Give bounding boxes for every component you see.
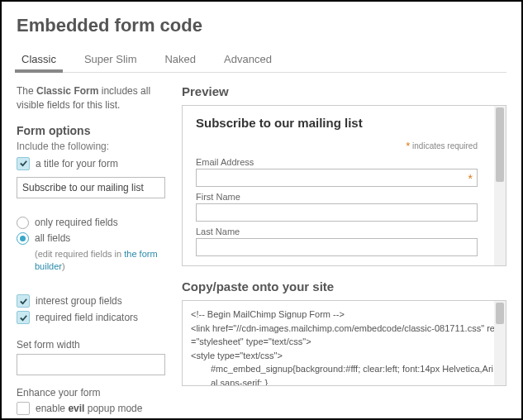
scrollbar-thumb[interactable] bbox=[496, 107, 504, 182]
right-panel: Preview Subscribe to our mailing list * … bbox=[182, 84, 506, 418]
interest-groups-label: interest group fields bbox=[36, 295, 122, 307]
radio-all-fields-label: all fields bbox=[35, 232, 70, 244]
tab-classic[interactable]: Classic bbox=[20, 48, 58, 72]
preview-box: Subscribe to our mailing list * indicate… bbox=[182, 105, 506, 266]
intro-text: The Classic Form includes all visible fi… bbox=[17, 84, 170, 112]
tab-super-slim[interactable]: Super Slim bbox=[83, 48, 139, 72]
preview-lastname-label: Last Name bbox=[196, 227, 492, 236]
evil-popup-label: enable evil popup mode bbox=[36, 403, 142, 414]
preview-firstname-input[interactable] bbox=[196, 203, 478, 222]
form-title-input[interactable] bbox=[17, 177, 165, 198]
preview-lastname-input[interactable] bbox=[196, 238, 478, 256]
checkbox-interest-groups[interactable] bbox=[17, 294, 30, 308]
star-icon: * bbox=[468, 172, 473, 185]
code-line: <!-- Begin MailChimp Signup Form --> bbox=[191, 308, 497, 322]
form-options-heading: Form options bbox=[17, 124, 170, 137]
tab-advanced[interactable]: Advanced bbox=[222, 48, 273, 72]
preview-scrollbar[interactable] bbox=[494, 106, 506, 265]
code-line: #mc_embed_signup{background:#fff; clear:… bbox=[191, 362, 497, 386]
preview-email-label: Email Address bbox=[196, 157, 492, 167]
checkbox-evil-popup[interactable] bbox=[17, 402, 30, 415]
check-icon bbox=[19, 313, 28, 322]
code-scrollbar[interactable] bbox=[494, 301, 506, 385]
preview-firstname-label: First Name bbox=[196, 192, 492, 202]
preview-form-title: Subscribe to our mailing list bbox=[196, 116, 492, 130]
embed-code-box[interactable]: <!-- Begin MailChimp Signup Form --> <li… bbox=[182, 300, 506, 386]
check-icon bbox=[19, 159, 28, 168]
code-line: <link href="//cdn-images.mailchimp.com/e… bbox=[191, 322, 497, 349]
intro-pre: The bbox=[17, 85, 36, 97]
checkbox-title-toggle[interactable] bbox=[17, 157, 30, 170]
preview-heading: Preview bbox=[182, 84, 506, 98]
width-label: Set form width bbox=[17, 339, 170, 351]
code-line: <style type="text/css"> bbox=[191, 349, 497, 363]
page-title: Embedded form code bbox=[17, 15, 506, 36]
edit-required-note: (edit required fields in the form builde… bbox=[35, 248, 170, 274]
tab-naked[interactable]: Naked bbox=[163, 48, 197, 72]
radio-all-fields[interactable] bbox=[17, 232, 29, 245]
copy-heading: Copy/paste onto your site bbox=[182, 279, 506, 294]
intro-bold: Classic Form bbox=[36, 85, 98, 97]
title-toggle-label: a title for your form bbox=[36, 158, 118, 169]
checkbox-required-indicators[interactable] bbox=[17, 311, 30, 324]
preview-email-input[interactable]: * bbox=[196, 169, 478, 187]
check-icon bbox=[19, 297, 28, 306]
enhance-label: Enhance your form bbox=[17, 387, 170, 399]
form-width-input[interactable] bbox=[17, 354, 165, 375]
scrollbar-thumb[interactable] bbox=[496, 303, 504, 324]
radio-only-required-label: only required fields bbox=[35, 217, 118, 228]
tabs: Classic Super Slim Naked Advanced bbox=[17, 48, 506, 73]
required-indicators-label: required field indicators bbox=[36, 312, 138, 323]
required-note: * indicates required bbox=[196, 140, 492, 152]
radio-only-required[interactable] bbox=[17, 217, 29, 229]
left-panel: The Classic Form includes all visible fi… bbox=[17, 84, 182, 418]
include-hint: Include the following: bbox=[17, 141, 170, 152]
